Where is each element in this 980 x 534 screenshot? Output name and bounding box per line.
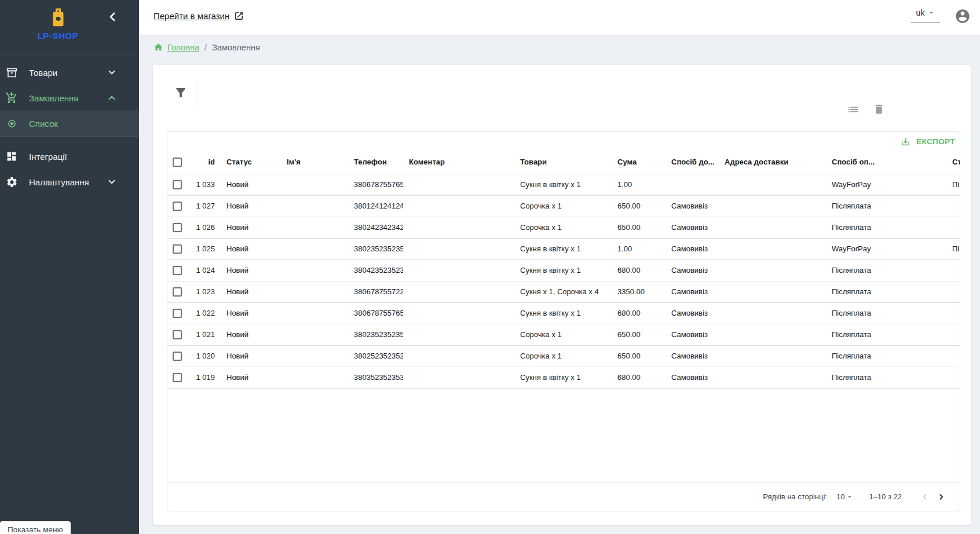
- cell-sum: 680.00: [612, 302, 665, 324]
- row-checkbox[interactable]: [173, 352, 182, 361]
- cell-delivery: Самовивіз: [665, 281, 719, 302]
- cell-comment: [403, 195, 514, 217]
- sidebar-nav: Товари Замовлення Список Інтегра: [0, 55, 139, 195]
- table-row[interactable]: 1 022Новий380678755765Сукня в квітку x 1…: [167, 302, 960, 324]
- col-header-status[interactable]: Статус: [221, 151, 281, 174]
- select-all-checkbox[interactable]: [173, 158, 182, 167]
- rows-per-page-select[interactable]: 10: [836, 492, 854, 501]
- language-select[interactable]: uk: [911, 8, 940, 23]
- sidebar-item-orders[interactable]: Замовлення: [0, 85, 139, 111]
- cell-comment: [403, 174, 514, 195]
- col-header-paystatus[interactable]: Ст: [946, 151, 960, 174]
- cell-name: [281, 302, 348, 324]
- col-header-id[interactable]: id: [193, 151, 221, 174]
- cell-products: Сукня в квітку x 1: [514, 238, 612, 259]
- col-header-comment[interactable]: Коментар: [403, 151, 514, 174]
- row-checkbox[interactable]: [173, 180, 182, 189]
- toolbar-divider: [196, 79, 196, 105]
- table-row[interactable]: 1 025Новий380235235235Сукня в квітку x 1…: [167, 238, 960, 259]
- cell-id: 1 026: [193, 217, 221, 238]
- table-row[interactable]: 1 026Новий380242342342Сорочка x 1650.00С…: [167, 217, 960, 238]
- cell-address: [719, 217, 826, 238]
- cell-id: 1 021: [193, 324, 221, 345]
- cell-sum: 680.00: [612, 259, 665, 281]
- table-row[interactable]: 1 023Новий380678755722Сукня x 1, Сорочка…: [167, 281, 960, 302]
- rows-per-page-value: 10: [836, 492, 844, 501]
- table-row[interactable]: 1 020Новий380252352352Сорочка x 1650.00С…: [167, 345, 960, 367]
- cell-paystatus: [946, 302, 960, 324]
- col-header-phone[interactable]: Телефон: [348, 151, 403, 174]
- previous-page-button[interactable]: [917, 489, 933, 505]
- row-checkbox[interactable]: [173, 266, 182, 275]
- cell-status: Новий: [221, 281, 281, 302]
- products-box-icon: [5, 65, 19, 79]
- content-area: Головна / Замовлення ЕКСПОРТ idСтатусІм': [139, 35, 980, 534]
- cell-payment: Післяплата: [826, 345, 946, 367]
- export-label: ЕКСПОРТ: [916, 137, 955, 146]
- cell-delivery: Самовивіз: [665, 195, 719, 217]
- caret-down-icon: [846, 493, 854, 501]
- cell-payment: WayForPay: [826, 174, 946, 195]
- table-row[interactable]: 1 019Новий380352352353Сукня в квітку x 1…: [167, 367, 960, 388]
- col-header-address[interactable]: Адреса доставки: [719, 151, 826, 174]
- cell-sum: 1.00: [612, 174, 665, 195]
- col-header-name[interactable]: Ім'я: [281, 151, 348, 174]
- go-to-store-link[interactable]: Перейти в магазин: [153, 11, 244, 21]
- row-checkbox-cell: [167, 195, 193, 217]
- sidebar-item-orders-list[interactable]: Список: [0, 111, 139, 137]
- sidebar-item-products[interactable]: Товари: [0, 60, 139, 85]
- cell-name: [281, 345, 348, 367]
- logo-text: LP-SHOP: [38, 31, 79, 41]
- caret-down-icon: [928, 9, 935, 16]
- sidebar-item-integrations[interactable]: Інтеграції: [0, 144, 139, 169]
- row-checkbox[interactable]: [173, 244, 182, 254]
- breadcrumb-home-label: Головна: [167, 43, 199, 52]
- cell-comment: [403, 367, 514, 388]
- cell-sum: 1.00: [612, 238, 665, 259]
- cell-delivery: Самовивіз: [665, 345, 719, 367]
- col-header-sum[interactable]: Сума: [612, 151, 665, 174]
- next-page-button[interactable]: [933, 489, 949, 505]
- col-header-payment[interactable]: Спосіб оп...: [826, 151, 946, 174]
- cell-name: [281, 324, 348, 345]
- cell-payment: Післяплата: [826, 195, 946, 217]
- sidebar-item-settings[interactable]: Налаштування: [0, 169, 139, 195]
- nav-gap: [0, 137, 139, 144]
- cell-delivery: Самовивіз: [665, 217, 719, 238]
- cell-comment: [403, 302, 514, 324]
- cell-comment: [403, 281, 514, 302]
- settings-gear-icon: [5, 175, 19, 189]
- col-header-delivery[interactable]: Спосіб до...: [665, 151, 719, 174]
- delete-icon[interactable]: [873, 103, 886, 116]
- cell-delivery: Самовивіз: [665, 302, 719, 324]
- row-checkbox[interactable]: [173, 330, 182, 339]
- filter-icon[interactable]: [174, 86, 189, 101]
- row-checkbox[interactable]: [173, 202, 182, 211]
- row-checkbox[interactable]: [173, 223, 182, 232]
- row-checkbox-cell: [167, 238, 193, 259]
- cell-payment: Післяплата: [826, 367, 946, 388]
- sidebar: LP-SHOP Товари Замовлення: [0, 0, 139, 534]
- view-list-icon[interactable]: [847, 103, 860, 116]
- row-checkbox[interactable]: [173, 309, 182, 318]
- cell-address: [719, 302, 826, 324]
- cell-status: Новий: [221, 324, 281, 345]
- cell-products: Сукня в квітку x 1: [514, 302, 612, 324]
- table-row[interactable]: 1 033Новий380678755765Сукня в квітку x 1…: [167, 174, 960, 195]
- topbar: Перейти в магазин uk: [139, 0, 980, 35]
- table-row[interactable]: 1 024Новий380423523523Сукня в квітку x 1…: [167, 259, 960, 281]
- table-row[interactable]: 1 021Новий380235235235Сорочка x 1650.00С…: [167, 324, 960, 345]
- breadcrumb-home[interactable]: Головна: [153, 42, 199, 52]
- cell-sum: 650.00: [612, 195, 665, 217]
- row-checkbox[interactable]: [173, 287, 182, 297]
- account-avatar-icon[interactable]: [955, 8, 971, 24]
- cell-products: Сукня в квітку x 1: [514, 259, 612, 281]
- cell-address: [719, 281, 826, 302]
- col-header-products[interactable]: Товари: [514, 151, 612, 174]
- sidebar-item-label: Інтеграції: [29, 152, 139, 162]
- row-checkbox[interactable]: [173, 373, 182, 382]
- export-button[interactable]: ЕКСПОРТ: [901, 137, 955, 147]
- table-row[interactable]: 1 027Новий380124124124Сорочка x 1650.00С…: [167, 195, 960, 217]
- collapse-sidebar-icon[interactable]: [105, 10, 119, 24]
- cell-address: [719, 174, 826, 195]
